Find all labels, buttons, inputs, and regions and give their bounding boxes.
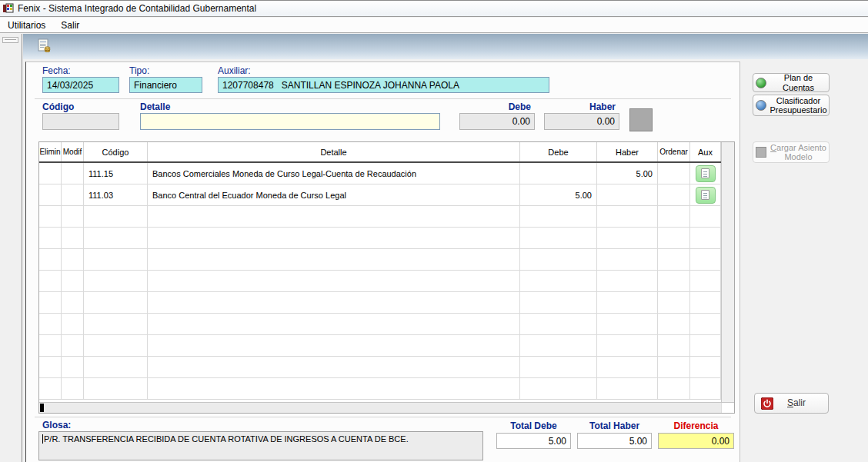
- cell-detalle[interactable]: [148, 292, 520, 313]
- cell-codigo[interactable]: [84, 228, 148, 248]
- cell-modif[interactable]: [62, 163, 84, 184]
- fecha-input[interactable]: 14/03/2025: [42, 77, 119, 93]
- cell-codigo[interactable]: [84, 378, 148, 399]
- cell-debe[interactable]: [520, 206, 597, 227]
- auxiliar-input[interactable]: 1207708478 SANTILLAN ESPINOZA JOHANNA PA…: [218, 77, 549, 93]
- cell-modif[interactable]: [62, 292, 84, 313]
- cell-detalle[interactable]: [148, 271, 520, 291]
- cell-modif[interactable]: [62, 206, 84, 227]
- debe-input[interactable]: 0.00: [459, 113, 535, 130]
- table-row[interactable]: [39, 249, 721, 271]
- cell-haber[interactable]: 5.00: [597, 163, 658, 184]
- menu-salir[interactable]: Salir: [53, 18, 87, 32]
- cell-modif[interactable]: [62, 184, 84, 205]
- cell-haber[interactable]: [597, 335, 658, 356]
- cell-debe[interactable]: [520, 163, 597, 184]
- cell-haber[interactable]: [597, 184, 658, 205]
- cargar-asiento-modelo-button[interactable]: Cargar Asiento Modelo: [753, 141, 830, 163]
- cell-haber[interactable]: [597, 249, 658, 270]
- cell-modif[interactable]: [62, 314, 84, 334]
- table-row[interactable]: 111.15 Bancos Comerciales Moneda de Curs…: [39, 163, 721, 184]
- cell-elimin[interactable]: [39, 163, 62, 184]
- cell-detalle[interactable]: [148, 314, 520, 334]
- codigo-input[interactable]: [42, 113, 119, 130]
- new-entry-button[interactable]: [35, 38, 53, 57]
- table-row[interactable]: [39, 314, 721, 335]
- detalle-input[interactable]: [140, 113, 440, 130]
- cell-ordenar[interactable]: [658, 163, 690, 184]
- cell-detalle[interactable]: [148, 378, 520, 399]
- tipo-input[interactable]: Financiero: [129, 77, 202, 93]
- cell-ordenar[interactable]: [658, 357, 690, 377]
- cell-codigo[interactable]: [84, 206, 148, 227]
- table-row[interactable]: [39, 357, 721, 378]
- table-row[interactable]: [39, 292, 721, 314]
- cell-codigo[interactable]: [84, 357, 148, 377]
- cell-codigo[interactable]: 111.15: [84, 163, 148, 184]
- cell-elimin[interactable]: [39, 228, 62, 248]
- cell-modif[interactable]: [62, 378, 84, 399]
- salir-button[interactable]: Salir: [754, 393, 829, 414]
- cell-codigo[interactable]: 111.03: [84, 184, 148, 205]
- cell-elimin[interactable]: [39, 249, 62, 270]
- cell-detalle[interactable]: Bancos Comerciales Moneda de Curso Legal…: [148, 163, 520, 184]
- table-row[interactable]: [39, 206, 721, 228]
- cell-elimin[interactable]: [39, 357, 62, 377]
- cell-ordenar[interactable]: [658, 206, 690, 227]
- cell-modif[interactable]: [62, 249, 84, 270]
- cell-detalle[interactable]: [148, 335, 520, 356]
- scrollbar-thumb[interactable]: [40, 404, 44, 412]
- cell-haber[interactable]: [597, 271, 658, 291]
- cell-haber[interactable]: [597, 228, 658, 248]
- cell-elimin[interactable]: [39, 206, 62, 227]
- cell-elimin[interactable]: [39, 378, 62, 399]
- cell-codigo[interactable]: [84, 335, 148, 356]
- cell-elimin[interactable]: [39, 271, 62, 291]
- cell-haber[interactable]: [597, 378, 658, 399]
- cell-elimin[interactable]: [39, 184, 62, 205]
- menu-utilitarios[interactable]: Utilitarios: [0, 18, 53, 32]
- cell-debe[interactable]: [520, 271, 597, 291]
- horizontal-scrollbar[interactable]: [39, 402, 734, 413]
- cell-ordenar[interactable]: [658, 314, 690, 334]
- cell-codigo[interactable]: [84, 271, 148, 291]
- plan-de-cuentas-button[interactable]: Plan de Cuentas: [753, 73, 830, 92]
- table-row[interactable]: [39, 378, 721, 400]
- cell-debe[interactable]: 5.00: [520, 184, 597, 205]
- cell-ordenar[interactable]: [658, 271, 690, 291]
- cell-haber[interactable]: [597, 357, 658, 377]
- cell-modif[interactable]: [62, 335, 84, 356]
- cell-ordenar[interactable]: [658, 378, 690, 399]
- cell-modif[interactable]: [62, 357, 84, 377]
- glosa-input[interactable]: P/R. TRANSFERENCIA RECIBIDA DE CUENTA RO…: [38, 431, 483, 460]
- cell-detalle[interactable]: [148, 206, 520, 227]
- cell-modif[interactable]: [62, 271, 84, 291]
- cell-debe[interactable]: [520, 314, 597, 334]
- aux-button[interactable]: [696, 165, 716, 182]
- panel-grip[interactable]: [2, 37, 18, 43]
- clasificador-presupuestario-button[interactable]: Clasificador Presupuestario: [753, 95, 830, 116]
- cell-debe[interactable]: [520, 292, 597, 313]
- cell-detalle[interactable]: [148, 249, 520, 270]
- cell-elimin[interactable]: [39, 292, 62, 313]
- table-row[interactable]: [39, 271, 721, 292]
- cell-ordenar[interactable]: [658, 249, 690, 270]
- cell-debe[interactable]: [520, 335, 597, 356]
- cell-haber[interactable]: [597, 292, 658, 313]
- table-row[interactable]: 111.03 Banco Central del Ecuador Moneda …: [39, 184, 721, 206]
- cell-codigo[interactable]: [84, 292, 148, 313]
- haber-input[interactable]: 0.00: [544, 113, 619, 130]
- cell-debe[interactable]: [520, 249, 597, 270]
- cell-debe[interactable]: [520, 228, 597, 248]
- table-row[interactable]: [39, 335, 721, 357]
- table-row[interactable]: [39, 228, 721, 249]
- cell-ordenar[interactable]: [658, 335, 690, 356]
- cell-haber[interactable]: [597, 314, 658, 334]
- cell-codigo[interactable]: [84, 314, 148, 334]
- cell-haber[interactable]: [597, 206, 658, 227]
- cell-elimin[interactable]: [39, 314, 62, 334]
- cell-debe[interactable]: [520, 357, 597, 377]
- cell-elimin[interactable]: [39, 335, 62, 356]
- cell-codigo[interactable]: [84, 249, 148, 270]
- vertical-scrollbar[interactable]: [721, 142, 734, 402]
